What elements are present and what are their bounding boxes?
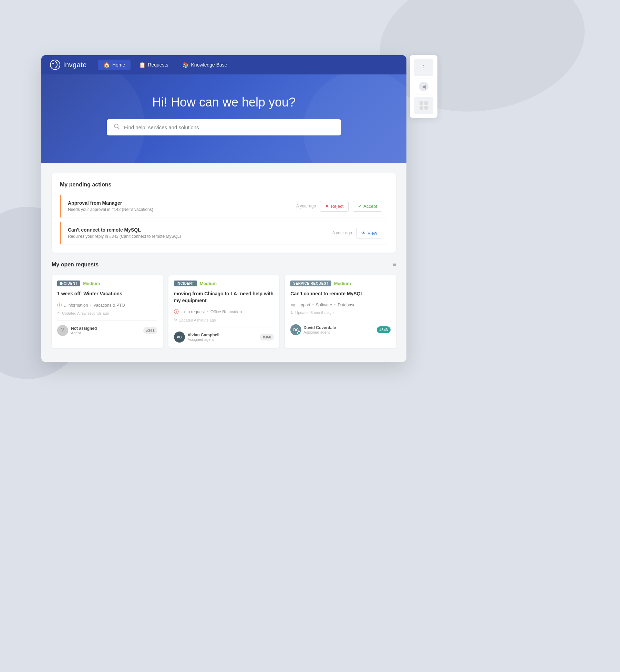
nav-label-knowledge: Knowledge Base — [191, 62, 227, 68]
agent-role-2: Assigned agent — [188, 337, 219, 342]
card-footer-1: ? Not assigned Agent #361 — [57, 320, 157, 336]
nav-item-requests[interactable]: 📋 Requests — [133, 60, 174, 70]
nav-item-home[interactable]: 🏠 Home — [98, 60, 131, 70]
online-indicator-3 — [297, 331, 301, 335]
card-meta-1: ⓘ ...information • Vacations & PTO — [57, 302, 157, 308]
svg-rect-6 — [420, 106, 423, 110]
content-area: My pending actions Approval from Manager… — [41, 163, 406, 362]
card-title-1: 1 week off- Winter Vacations — [57, 291, 157, 297]
type-badge-1: INCIDENT — [57, 281, 80, 286]
agent-role-3: Assigned agent — [303, 330, 336, 334]
type-badge-2: INCIDENT — [174, 281, 197, 286]
agent-details-1: Not assigned Agent — [71, 326, 97, 335]
pending-actions-title: My pending actions — [60, 182, 388, 188]
warning-icon-1: ⓘ — [57, 302, 62, 308]
agent-details-3: David Coverdale Assigned agent — [303, 325, 336, 334]
search-bar[interactable] — [107, 119, 341, 135]
nav-label-home: Home — [112, 62, 125, 68]
search-input[interactable] — [124, 124, 334, 130]
panel-item-dots: ⋮ — [414, 59, 433, 76]
pending-item-mysql: Can't connect to remote MySQL Requires y… — [60, 222, 388, 244]
type-badge-3: SERVICE REQUEST — [290, 281, 331, 286]
pending-info-approval: Approval from Manager Needs your approva… — [68, 200, 153, 212]
view-label: View — [368, 231, 377, 236]
requests-grid: INCIDENT Medium 1 week off- Winter Vacat… — [52, 275, 396, 348]
pending-time-approval: A year ago — [296, 204, 316, 208]
updated-text-2: Updated A minute ago — [179, 318, 216, 322]
svg-rect-4 — [420, 101, 423, 105]
refresh-icon-2: ↻ — [174, 318, 177, 322]
reject-button[interactable]: ✕ Reject — [320, 201, 349, 212]
requests-icon: 📋 — [139, 62, 146, 68]
card-meta-3: 🖴 ...pport • Software • Database — [290, 302, 391, 308]
card-footer-3: DC David Coverdale Assigned agent #343 — [290, 320, 391, 335]
pending-buttons-mysql: A year ago 👁 View — [332, 228, 382, 238]
panel-divider — [414, 79, 433, 79]
agent-info-3: DC David Coverdale Assigned agent — [290, 324, 336, 335]
avatar-wrapper-3: DC — [290, 324, 301, 335]
pending-item-approval: Approval from Manager Needs your approva… — [60, 195, 388, 217]
panel-divider-2 — [414, 94, 433, 94]
request-card-mysql: SERVICE REQUEST Medium Can't connect to … — [285, 275, 396, 348]
logo-icon — [50, 59, 61, 70]
meta-extra3b: Database — [338, 303, 355, 307]
pending-detail-approval: in #142 (Neil's vacations) — [107, 207, 153, 212]
meta-text-1: ...information — [64, 303, 88, 308]
view-icon: 👁 — [361, 231, 366, 236]
logo-text: invgate — [63, 61, 87, 69]
knowledge-icon: 📚 — [182, 62, 189, 68]
nav-item-knowledge[interactable]: 📚 Knowledge Base — [177, 60, 233, 70]
pending-title-mysql: Can't connect to remote MySQL — [68, 227, 181, 233]
request-card-chicago: INCIDENT Medium moving from Chicago to L… — [168, 275, 280, 348]
reject-icon: ✕ — [325, 204, 329, 209]
ticket-num-1: #361 — [143, 327, 157, 334]
meta-extra-1: Vacations & PTO — [94, 303, 125, 308]
updated-text-1: Updated A few seconds ago — [62, 311, 109, 315]
card-updated-1: ↻ Updated A few seconds ago — [57, 311, 157, 316]
meta-text-2: ...e a request — [181, 309, 205, 314]
avatar-1: ? — [57, 325, 68, 336]
pending-action-label: Needs your approval — [68, 207, 106, 212]
card-updated-3: ↻ Updated 8 months ago — [290, 310, 391, 315]
list-view-icon[interactable]: ≡ — [392, 261, 396, 268]
card-updated-2: ↻ Updated A minute ago — [174, 318, 274, 322]
meta-text-3: ...pport — [297, 303, 310, 307]
card-tags-2: INCIDENT Medium — [174, 281, 274, 286]
accept-icon: ✓ — [358, 204, 362, 209]
svg-line-3 — [118, 128, 120, 129]
request-card-vacations: INCIDENT Medium 1 week off- Winter Vacat… — [52, 275, 163, 348]
refresh-icon-3: ↻ — [290, 310, 293, 315]
open-requests-title: My open requests — [52, 262, 99, 268]
server-icon-3: 🖴 — [290, 302, 295, 308]
card-tags-3: SERVICE REQUEST Medium — [290, 281, 391, 286]
home-icon: 🏠 — [103, 62, 110, 68]
agent-name-1: Not assigned — [71, 326, 97, 331]
open-requests-header: My open requests ≡ — [52, 261, 396, 268]
agent-name-3: David Coverdale — [303, 325, 336, 330]
ticket-num-2: #360 — [260, 334, 274, 340]
pending-action-label-mysql: Requires your reply — [68, 234, 104, 239]
updated-text-3: Updated 8 months ago — [295, 310, 333, 315]
reject-label: Reject — [331, 204, 343, 209]
pending-actions-card: My pending actions Approval from Manager… — [52, 173, 396, 253]
browser-window: invgate 🏠 Home 📋 Requests 📚 Knowledge Ba… — [41, 55, 406, 362]
pending-title-approval: Approval from Manager — [68, 200, 153, 206]
card-title-2: moving from Chicago to LA- need help wit… — [174, 291, 274, 304]
accept-button[interactable]: ✓ Accept — [353, 201, 382, 212]
pending-subtitle-approval: Needs your approval in #142 (Neil's vaca… — [68, 207, 153, 212]
panel-item-widget — [414, 97, 433, 114]
navbar: invgate 🏠 Home 📋 Requests 📚 Knowledge Ba… — [41, 55, 406, 74]
agent-name-2: Vivian Campbell — [188, 333, 219, 337]
warning-icon-2: ⓘ — [174, 309, 179, 315]
panel-arrow[interactable]: ◀ — [419, 82, 428, 91]
agent-info-2: VC Vivian Campbell Assigned agent — [174, 332, 219, 343]
meta-extra3a: Software — [316, 303, 332, 307]
pending-time-mysql: A year ago — [332, 231, 352, 235]
hero-title: Hi! How can we help you? — [55, 95, 393, 110]
svg-rect-7 — [424, 106, 428, 110]
view-button[interactable]: 👁 View — [356, 228, 382, 238]
meta-extra-2: Office Relocation — [210, 309, 242, 314]
right-panel: ⋮ ◀ — [410, 55, 437, 118]
agent-info-1: ? Not assigned Agent — [57, 325, 97, 336]
priority-badge-2: Medium — [200, 281, 217, 286]
